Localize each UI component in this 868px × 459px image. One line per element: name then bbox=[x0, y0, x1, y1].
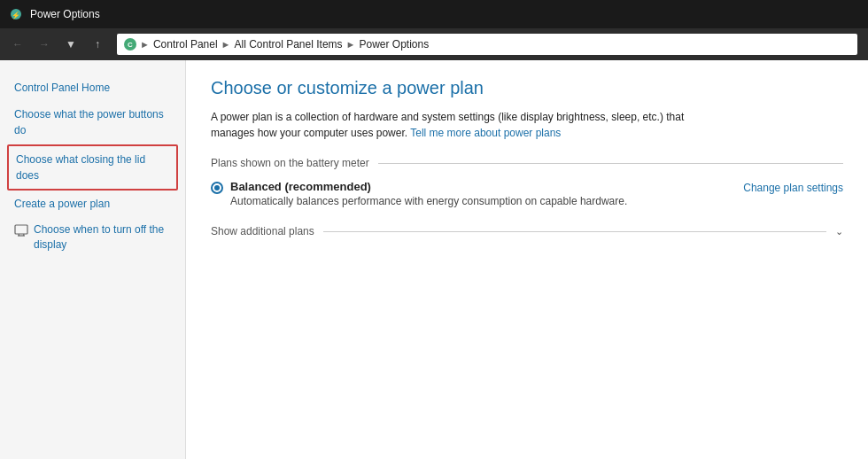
titlebar: ⚡ Power Options bbox=[0, 0, 868, 28]
address-bar[interactable]: C ► Control Panel ► All Control Panel It… bbox=[117, 34, 857, 55]
sidebar: Control Panel Home Choose what the power… bbox=[0, 60, 186, 459]
svg-rect-2 bbox=[15, 225, 27, 234]
sidebar-link-closing-lid[interactable]: Choose what closing the lid does bbox=[16, 153, 145, 182]
content-description: A power plan is a collection of hardware… bbox=[211, 109, 725, 141]
show-additional-label: Show additional plans bbox=[211, 225, 314, 237]
plan-radio-area: Balanced (recommended) Automatically bal… bbox=[211, 180, 743, 207]
app-icon: ⚡ bbox=[9, 7, 23, 21]
plans-section-header: Plans shown on the battery meter bbox=[211, 157, 843, 169]
plan-desc-balanced: Automatically balances performance with … bbox=[230, 195, 743, 207]
learn-more-link[interactable]: Tell me more about power plans bbox=[410, 127, 561, 139]
page-title: Choose or customize a power plan bbox=[211, 78, 843, 98]
up-button[interactable]: ↑ bbox=[85, 32, 110, 57]
show-additional-divider bbox=[323, 231, 826, 232]
navbar: ← → ▼ ↑ C ► Control Panel ► All Control … bbox=[0, 28, 868, 60]
plan-name-balanced: Balanced (recommended) bbox=[230, 180, 743, 193]
sidebar-link-control-panel-home[interactable]: Control Panel Home bbox=[14, 82, 110, 94]
sidebar-link-turn-off-display[interactable]: Choose when to turn off the display bbox=[34, 222, 171, 253]
sidebar-item-create-plan[interactable]: Create a power plan bbox=[0, 191, 185, 217]
sidebar-link-create-plan[interactable]: Create a power plan bbox=[14, 198, 110, 210]
address-part-3[interactable]: Power Options bbox=[359, 38, 429, 51]
sidebar-item-turn-off-display[interactable]: Choose when to turn off the display bbox=[0, 217, 185, 258]
sidebar-link-power-buttons[interactable]: Choose what the power buttons do bbox=[14, 108, 164, 136]
change-plan-settings-link[interactable]: Change plan settings bbox=[743, 182, 843, 194]
dropdown-button[interactable]: ▼ bbox=[58, 32, 83, 57]
address-part-2[interactable]: All Control Panel Items bbox=[235, 38, 343, 51]
main-layout: Control Panel Home Choose what the power… bbox=[0, 60, 868, 459]
plans-section-label: Plans shown on the battery meter bbox=[211, 157, 369, 169]
plan-row-balanced: Balanced (recommended) Automatically bal… bbox=[211, 180, 843, 207]
forward-button[interactable]: → bbox=[32, 32, 57, 57]
section-divider bbox=[378, 163, 843, 164]
sidebar-item-power-buttons[interactable]: Choose what the power buttons do bbox=[0, 101, 185, 144]
sidebar-item-control-panel-home[interactable]: Control Panel Home bbox=[0, 74, 185, 101]
chevron-down-icon: ⌄ bbox=[835, 226, 843, 237]
sidebar-item-closing-lid[interactable]: Choose what closing the lid does bbox=[7, 144, 178, 191]
address-part-1[interactable]: Control Panel bbox=[153, 38, 218, 51]
address-icon: C bbox=[124, 38, 136, 51]
content-area: Choose or customize a power plan A power… bbox=[186, 60, 868, 459]
titlebar-title: Power Options bbox=[30, 8, 100, 20]
svg-text:⚡: ⚡ bbox=[12, 11, 20, 19]
monitor-icon bbox=[14, 223, 28, 237]
plan-info-balanced: Balanced (recommended) Automatically bal… bbox=[230, 180, 743, 207]
show-additional-plans[interactable]: Show additional plans ⌄ bbox=[211, 225, 843, 237]
back-button[interactable]: ← bbox=[5, 32, 30, 57]
plan-radio-balanced[interactable] bbox=[211, 182, 223, 194]
